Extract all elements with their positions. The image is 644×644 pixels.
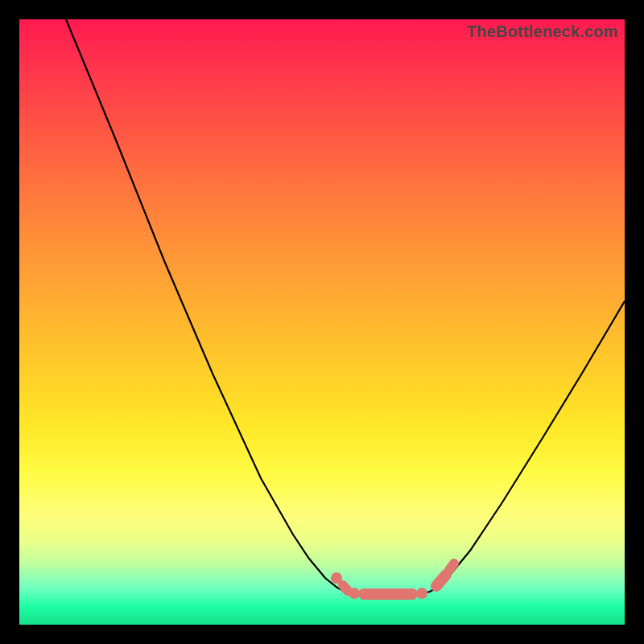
right-curve bbox=[422, 301, 625, 593]
data-marker bbox=[349, 588, 360, 599]
attribution-label: TheBottleneck.com bbox=[467, 23, 618, 41]
data-marker-pill bbox=[436, 575, 446, 586]
chart-frame: TheBottleneck.com bbox=[19, 19, 625, 625]
data-marker-pill bbox=[343, 585, 348, 591]
data-marker bbox=[416, 588, 427, 599]
marker-group bbox=[331, 564, 454, 599]
curve-group bbox=[66, 19, 625, 593]
data-marker-pill bbox=[449, 564, 454, 570]
chart-plot bbox=[19, 19, 625, 625]
left-curve bbox=[66, 19, 353, 593]
